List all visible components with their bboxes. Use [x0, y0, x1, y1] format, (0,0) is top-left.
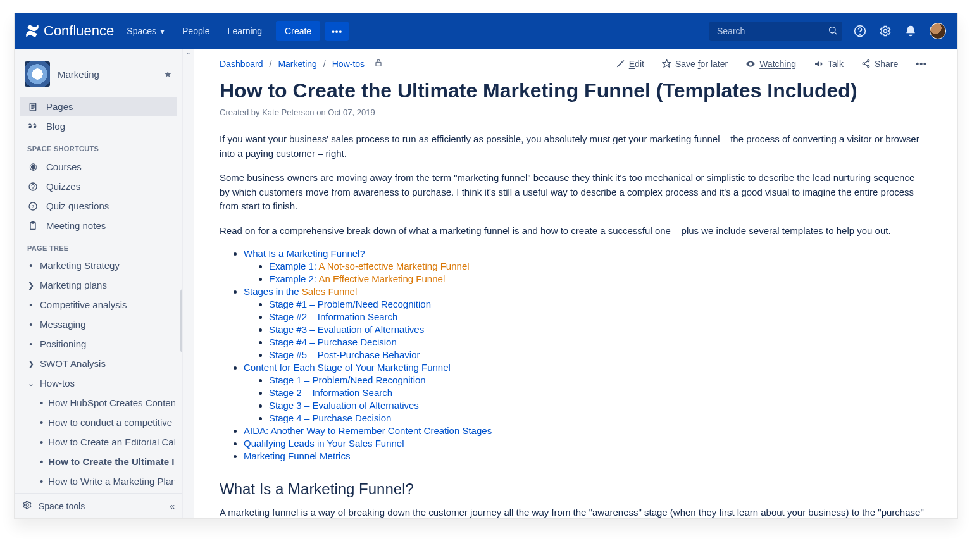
confluence-logo[interactable]: Confluence: [25, 23, 114, 39]
toc-link[interactable]: Stage #3 – Evaluation of Alternatives: [269, 324, 424, 335]
breadcrumb-separator: /: [270, 59, 272, 69]
tree-child-editorial[interactable]: •How to Create an Editorial Cale: [22, 432, 175, 452]
toc-link[interactable]: Stages in the Sales Funnel: [244, 286, 357, 297]
tree-label: How-tos: [40, 378, 75, 389]
shortcut-courses[interactable]: ◉Courses: [20, 156, 177, 177]
toc-link[interactable]: Example 1: A Not-so-effective Marketing …: [269, 261, 470, 271]
action-watching[interactable]: Watching: [745, 59, 796, 69]
tree-item-positioning[interactable]: •Positioning: [22, 334, 175, 354]
page-tree-label: PAGE TREE: [20, 235, 177, 256]
tree-label: Marketing Strategy: [40, 260, 120, 271]
top-nav-bar: Confluence Spaces ▾ People Learning Crea…: [15, 13, 957, 49]
breadcrumb-dashboard[interactable]: Dashboard: [220, 59, 263, 69]
toc-link[interactable]: AIDA: Another Way to Remember Content Cr…: [244, 425, 492, 436]
search-icon: [828, 25, 838, 37]
toc-link[interactable]: Content for Each Stage of Your Marketing…: [244, 362, 451, 373]
shortcut-quizzes[interactable]: Quizzes: [20, 177, 177, 196]
sidebar-blog-label: Blog: [46, 121, 65, 132]
user-avatar[interactable]: [930, 23, 946, 39]
talk-label: Talk: [828, 59, 844, 69]
clipboard-icon: [27, 221, 39, 231]
eye-icon: [745, 59, 756, 69]
svg-point-3: [860, 34, 861, 35]
toc-link[interactable]: Stage #4 – Purchase Decision: [269, 337, 397, 347]
toc-link[interactable]: Marketing Funnel Metrics: [244, 451, 350, 461]
tree-label: How to Write a Marketing Plan: [48, 476, 175, 487]
confluence-icon: [25, 23, 40, 39]
toc-link[interactable]: Stage #1 – Problem/Need Recognition: [269, 299, 431, 309]
tree-item-marketing-plans[interactable]: ❯Marketing plans: [22, 275, 175, 295]
notifications-icon[interactable]: [904, 25, 917, 37]
action-talk[interactable]: Talk: [814, 59, 844, 69]
toc-link[interactable]: Stage #2 – Information Search: [269, 311, 397, 322]
tree-item-swot[interactable]: ❯SWOT Analysis: [22, 354, 175, 373]
breadcrumb-howtos[interactable]: How-tos: [332, 59, 364, 69]
search-box[interactable]: [709, 22, 842, 41]
settings-icon[interactable]: [879, 25, 892, 37]
action-edit[interactable]: EEditdit: [616, 59, 644, 69]
page-byline: Created by Kate Peterson on Oct 07, 2019: [220, 108, 927, 117]
sidebar-resize-handle[interactable]: [180, 289, 183, 352]
collapse-sidebar-icon[interactable]: «: [170, 501, 175, 511]
star-icon[interactable]: ★: [164, 69, 172, 79]
create-more-button[interactable]: •••: [325, 22, 349, 41]
action-share[interactable]: Share: [861, 59, 898, 69]
tree-item-competitive-analysis[interactable]: •Competitive analysis: [22, 295, 175, 314]
tree-label: Messaging: [40, 319, 86, 330]
action-save[interactable]: Save for later: [662, 59, 728, 69]
toc-link[interactable]: Stage 3 – Evaluation of Alternatives: [269, 400, 419, 411]
toc-link[interactable]: Stage 2 – Information Search: [269, 387, 392, 398]
paragraph: If you want your business' sales process…: [220, 132, 927, 161]
tree-child-competitive[interactable]: •How to conduct a competitive: [22, 413, 175, 432]
svg-line-22: [864, 64, 868, 66]
breadcrumbs: Dashboard / Marketing / How-tos: [220, 58, 383, 70]
toc-link[interactable]: Qualifying Leads in Your Sales Funnel: [244, 438, 404, 449]
create-button[interactable]: Create: [276, 21, 320, 41]
share-icon: [861, 59, 871, 68]
search-input[interactable]: [717, 26, 828, 36]
bullet-icon: •: [40, 476, 43, 487]
tree-child-hubspot[interactable]: •How HubSpot Creates Content: [22, 393, 175, 413]
gear-icon: [22, 500, 32, 512]
ellipsis-icon: •••: [332, 27, 342, 36]
quiz-icon: [27, 182, 39, 192]
bullet-icon: •: [40, 417, 43, 428]
nav-people[interactable]: People: [182, 26, 210, 36]
bullet-icon: •: [40, 397, 43, 408]
nav-learning[interactable]: Learning: [228, 26, 263, 36]
toc-link[interactable]: Stage 1 – Problem/Need Recognition: [269, 375, 426, 385]
paragraph: A marketing funnel is a way of breaking …: [220, 506, 927, 518]
restrictions-icon[interactable]: [373, 58, 383, 70]
tree-item-marketing-strategy[interactable]: •Marketing Strategy: [22, 256, 175, 275]
shortcut-quiz-questions[interactable]: ?Quiz questions: [20, 196, 177, 216]
space-name[interactable]: Marketing: [58, 69, 156, 80]
toc-link[interactable]: Stage #5 – Post-Purchase Behavior: [269, 349, 420, 360]
shortcut-meeting-notes[interactable]: Meeting notes: [20, 216, 177, 235]
nav-spaces[interactable]: Spaces ▾: [127, 26, 165, 36]
chevron-right-icon: ❯: [27, 281, 35, 290]
bullet-icon: •: [27, 319, 35, 330]
shortcut-label: Courses: [46, 161, 82, 172]
help-icon[interactable]: [854, 25, 866, 37]
chevron-down-icon: ⌄: [27, 379, 35, 388]
sidebar-blog[interactable]: Blog: [20, 116, 177, 136]
tree-child-plan[interactable]: •How to Write a Marketing Plan: [22, 471, 175, 491]
bullet-icon: •: [40, 437, 43, 447]
tree-child-ultimate[interactable]: •How to Create the Ultimate I: [22, 452, 175, 471]
toc-link[interactable]: Stage 4 – Purchase Decision: [269, 413, 391, 423]
svg-point-0: [830, 27, 835, 32]
space-shortcuts-label: SPACE SHORTCUTS: [20, 136, 177, 156]
tree-item-howtos[interactable]: ⌄How-tos: [22, 373, 175, 393]
edit-label-u: E: [629, 59, 635, 69]
paragraph: Read on for a comprehensive break down o…: [220, 224, 927, 239]
toc-link[interactable]: Example 2: An Effective Marketing Funnel: [269, 273, 445, 284]
action-more[interactable]: •••: [916, 59, 927, 69]
breadcrumb-marketing[interactable]: Marketing: [278, 59, 316, 69]
sidebar-scrollbar[interactable]: ⌃: [183, 49, 194, 518]
space-icon: [25, 61, 50, 87]
space-tools-link[interactable]: Space tools: [39, 501, 85, 511]
scroll-up-icon[interactable]: ⌃: [185, 49, 191, 62]
toc-link[interactable]: What Is a Marketing Funnel?: [244, 248, 365, 259]
sidebar-pages[interactable]: Pages: [20, 97, 177, 116]
tree-item-messaging[interactable]: •Messaging: [22, 314, 175, 334]
